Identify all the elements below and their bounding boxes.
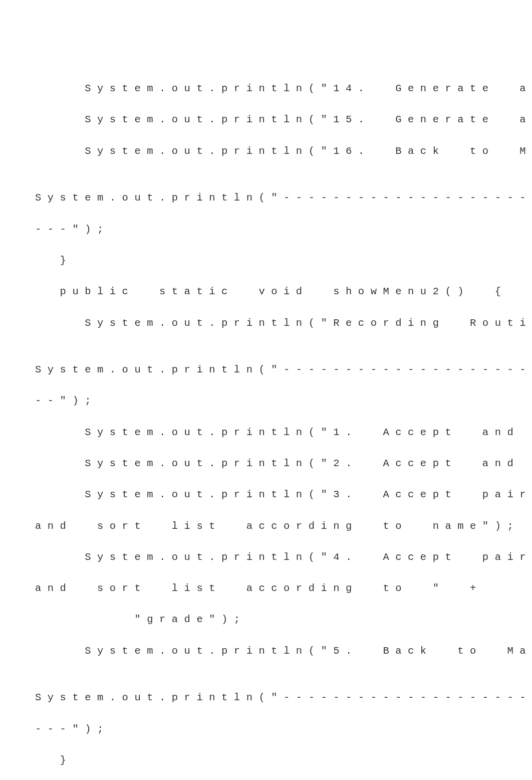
- code-line: }: [35, 752, 497, 768]
- code-line: System.out.println("16. Back to Main Men: [35, 143, 497, 159]
- code-line: System.out.println("14. Generate a Fibon: [35, 81, 497, 96]
- code-line: System.out.println("15. Generate a Pasca: [35, 112, 497, 127]
- code-line: and sort list according to name");: [35, 518, 497, 534]
- code-line: System.out.println("4. Accept pairs of n: [35, 549, 497, 565]
- code-line: System.out.println("3. Accept pairs of n: [35, 487, 497, 502]
- code-line: System.out.println("5. Back to Main Menu: [35, 643, 497, 659]
- code-line: System.out.println("--------------------…: [35, 190, 497, 206]
- code-line: ---");: [35, 721, 497, 737]
- code-line: System.out.println("--------------------…: [35, 362, 497, 377]
- code-line: System.out.println("--------------------…: [35, 690, 497, 705]
- code-line: System.out.println("2. Accept and sort l: [35, 456, 497, 471]
- code-line: ---");: [35, 222, 497, 237]
- code-line: public static void showMenu2() {: [35, 284, 497, 299]
- code-page: System.out.println("14. Generate a Fibon…: [0, 0, 532, 780]
- code-line: --");: [35, 393, 497, 409]
- code-line: }: [35, 253, 497, 268]
- code-line: and sort list according to " +: [35, 580, 497, 596]
- code-line: System.out.println("1. Accept and sort l: [35, 425, 497, 440]
- code-line: System.out.println("Recording Routine Su: [35, 315, 497, 331]
- code-line: "grade");: [35, 612, 497, 627]
